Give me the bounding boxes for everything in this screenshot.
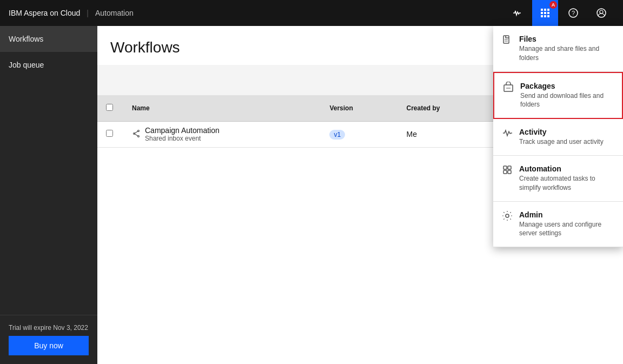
sidebar-item-workflows[interactable]: Workflows: [0, 26, 97, 52]
row-name-cell: Campaign Automation Shared inbox event: [123, 121, 321, 147]
dropdown-item-activity[interactable]: Activity Track usage and user activity: [493, 119, 623, 156]
pulse-icon: [513, 9, 521, 17]
col-header-version: Version: [321, 95, 397, 121]
files-desc: Manage and share files and folders: [519, 44, 614, 63]
files-icon: [502, 35, 513, 45]
top-nav-icons: A ?: [504, 0, 614, 26]
pulse-icon-btn[interactable]: [504, 0, 530, 26]
svg-line-13: [134, 134, 138, 136]
sidebar-item-job-queue[interactable]: Job queue: [0, 52, 97, 78]
nav-section: Automation: [95, 9, 134, 17]
svg-rect-20: [508, 166, 511, 169]
row-checkbox-cell: [97, 121, 123, 147]
share-icon-btn[interactable]: [132, 129, 141, 140]
label-a-indicator: A: [549, 1, 557, 9]
automation-content: Automation Create automated tasks to sim…: [519, 164, 614, 193]
admin-icon: [502, 210, 513, 221]
user-icon-btn[interactable]: [588, 0, 614, 26]
nav-divider: |: [87, 9, 89, 17]
admin-content: Admin Manage users and configure server …: [519, 210, 614, 239]
files-title: Files: [519, 35, 614, 43]
packages-desc: Send and download files and folders: [520, 91, 613, 110]
help-icon-btn[interactable]: ?: [560, 0, 586, 26]
automation-title: Automation: [519, 164, 614, 173]
apps-icon-btn[interactable]: A: [532, 0, 558, 26]
files-content: Files Manage and share files and folders: [519, 35, 614, 63]
top-nav: IBM Aspera on Cloud | Automation A ?: [0, 0, 623, 26]
packages-title: Packages: [520, 82, 613, 90]
dropdown-item-files[interactable]: Files Manage and share files and folders: [493, 26, 623, 72]
version-badge: v1: [329, 130, 345, 140]
select-all-header: [97, 95, 123, 121]
svg-line-12: [134, 131, 138, 134]
sidebar: Workflows Job queue Trial will expire No…: [0, 26, 97, 364]
select-all-checkbox[interactable]: [106, 104, 113, 111]
automation-desc: Create automated tasks to simplify workf…: [519, 174, 614, 193]
sidebar-nav: Workflows Job queue: [0, 26, 97, 315]
brand-name: IBM Aspera on Cloud: [9, 9, 80, 17]
packages-content: Packages Send and download files and fol…: [520, 82, 613, 110]
help-icon: ?: [568, 8, 578, 18]
svg-point-23: [506, 214, 509, 217]
dropdown-item-automation[interactable]: Automation Create automated tasks to sim…: [493, 156, 623, 202]
activity-desc: Track usage and user activity: [519, 137, 614, 147]
row-version-cell: v1: [321, 121, 397, 147]
col-header-created-by: Created by: [398, 95, 494, 121]
trial-text: Trial will expire Nov 3, 2022: [9, 324, 89, 332]
svg-point-3: [600, 10, 603, 14]
activity-icon: [502, 128, 513, 138]
sidebar-footer: Trial will expire Nov 3, 2022 Buy now: [0, 315, 97, 364]
brand: IBM Aspera on Cloud: [9, 9, 80, 17]
apps-dropdown-panel: Files Manage and share files and folders…: [493, 26, 623, 247]
svg-rect-19: [503, 166, 507, 169]
svg-text:?: ?: [572, 10, 575, 16]
user-icon: [597, 8, 606, 18]
workflow-sub: Shared inbox event: [145, 135, 220, 142]
dropdown-item-admin[interactable]: Admin Manage users and configure server …: [493, 202, 623, 248]
row-checkbox[interactable]: [106, 130, 113, 137]
col-header-name: Name: [123, 95, 321, 121]
activity-title: Activity: [519, 128, 614, 136]
main-layout: Workflows Job queue Trial will expire No…: [0, 26, 623, 364]
activity-content: Activity Track usage and user activity: [519, 128, 614, 147]
dropdown-item-packages[interactable]: Packages Send and download files and fol…: [493, 72, 623, 120]
admin-title: Admin: [519, 210, 614, 219]
packages-icon: [503, 82, 514, 92]
apps-icon: [541, 9, 549, 17]
row-created-by-cell: Me: [398, 121, 494, 147]
svg-rect-21: [503, 170, 507, 174]
buy-now-button[interactable]: Buy now: [9, 336, 89, 355]
automation-icon: [502, 164, 513, 175]
share-icon: [132, 129, 141, 138]
svg-rect-22: [508, 170, 511, 174]
workflow-name: Campaign Automation: [145, 126, 220, 135]
admin-desc: Manage users and configure server settin…: [519, 220, 614, 239]
